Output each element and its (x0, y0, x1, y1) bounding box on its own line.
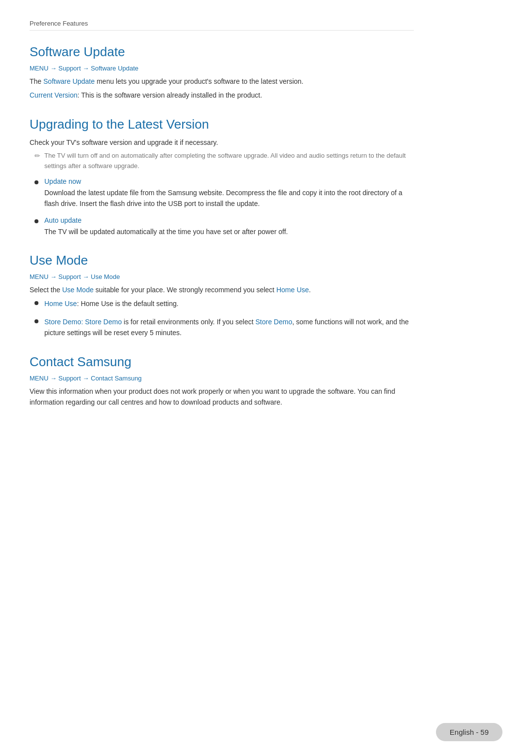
software-update-title: Software Update (30, 44, 414, 60)
menu-path-text: MENU → Support → Software Update (30, 65, 138, 72)
contact-samsung-desc: View this information when your product … (30, 386, 414, 408)
bullet-home-use: Home Use: Home Use is the default settin… (34, 298, 414, 309)
bullet-dot (34, 219, 38, 223)
update-now-title: Update now (44, 177, 414, 185)
contact-samsung-title: Contact Samsung (30, 354, 414, 370)
current-version-line: Current Version: This is the software ve… (30, 90, 414, 101)
bullet-dot (34, 180, 38, 184)
software-update-link: Software Update (43, 77, 95, 85)
section-upgrading: Upgrading to the Latest Version Check yo… (30, 117, 414, 237)
current-version-label: Current Version (30, 91, 77, 99)
software-update-desc: The Software Update menu lets you upgrad… (30, 76, 414, 87)
bullet-update-now: Update now Download the latest update fi… (34, 177, 414, 209)
bullet-auto-update: Auto update The TV will be updated autom… (34, 216, 414, 237)
update-now-desc: Download the latest update file from the… (44, 187, 414, 209)
home-use-desc: Home Use: Home Use is the default settin… (44, 298, 414, 309)
home-use-content: Home Use: Home Use is the default settin… (44, 298, 414, 309)
store-demo-label-1: Store Demo: Store Demo (44, 318, 122, 326)
pencil-icon: ✏ (34, 152, 40, 160)
store-demo-desc: Store Demo: Store Demo is for retail env… (44, 316, 414, 339)
use-mode-menu-path: MENU → Support → Use Mode (30, 273, 414, 280)
home-use-label: Home Use (44, 300, 77, 308)
section-use-mode: Use Mode MENU → Support → Use Mode Selec… (30, 253, 414, 339)
bullet-dot (34, 301, 38, 305)
use-mode-title: Use Mode (30, 253, 414, 268)
section-contact-samsung: Contact Samsung MENU → Support → Contact… (30, 354, 414, 408)
bullet-store-demo: Store Demo: Store Demo is for retail env… (34, 316, 414, 339)
bullet-dot (34, 319, 38, 323)
store-demo-content: Store Demo: Store Demo is for retail env… (44, 316, 414, 339)
contact-samsung-menu-path: MENU → Support → Contact Samsung (30, 375, 414, 382)
current-version-desc: : This is the software version already i… (77, 91, 262, 99)
upgrade-note-text: The TV will turn off and on automaticall… (44, 151, 414, 172)
software-update-menu-path: MENU → Support → Software Update (30, 65, 414, 72)
use-mode-link: Use Mode (62, 286, 94, 294)
home-use-link: Home Use (276, 286, 309, 294)
auto-update-content: Auto update The TV will be updated autom… (44, 216, 414, 237)
store-demo-label-2: Store Demo (255, 318, 292, 326)
auto-update-desc: The TV will be updated automatically at … (44, 226, 414, 237)
page-header: Preference Features (30, 20, 414, 31)
footer-label: English - 59 (436, 723, 502, 741)
upgrading-bullet-list: Update now Download the latest update fi… (34, 177, 414, 237)
update-now-content: Update now Download the latest update fi… (44, 177, 414, 209)
auto-update-title: Auto update (44, 216, 414, 224)
section-software-update: Software Update MENU → Support → Softwar… (30, 44, 414, 101)
upgrading-title: Upgrading to the Latest Version (30, 117, 414, 132)
upgrading-intro: Check your TV's software version and upg… (30, 137, 414, 148)
use-mode-desc: Select the Use Mode suitable for your pl… (30, 284, 414, 295)
use-mode-bullet-list: Home Use: Home Use is the default settin… (34, 298, 414, 338)
upgrade-note: ✏ The TV will turn off and on automatica… (34, 151, 414, 172)
